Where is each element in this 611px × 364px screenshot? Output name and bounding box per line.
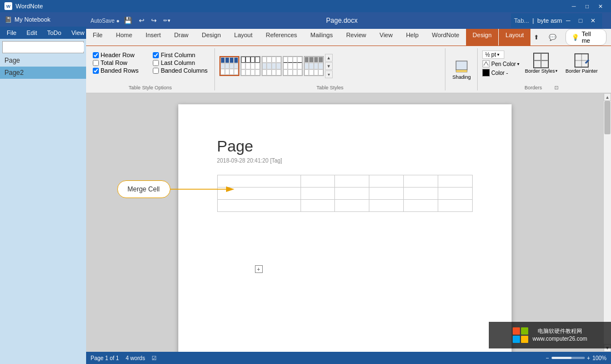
shading-group: Shading <box>450 48 478 90</box>
table-cell[interactable] <box>301 175 335 188</box>
table-cell[interactable] <box>403 200 438 212</box>
table-cell[interactable] <box>438 175 472 188</box>
table-style-5[interactable] <box>304 56 324 76</box>
table-cell[interactable] <box>403 175 438 188</box>
tab-view[interactable]: View <box>373 29 399 46</box>
border-left-controls: ½ pt ▾ Pen Color ▾ <box>482 50 519 77</box>
cb-banded-rows[interactable]: Banded Rows <box>93 67 147 74</box>
share-btn[interactable]: ⬆ <box>530 33 542 42</box>
table-cell[interactable] <box>335 200 369 212</box>
cb-last-column[interactable]: Last Column <box>153 59 207 66</box>
table-cell[interactable] <box>301 200 335 212</box>
table-cell[interactable] <box>217 200 301 212</box>
title-bar-controls[interactable]: ─ □ ✕ <box>568 0 607 12</box>
doc-page: Page 2018-09-28 20:41:20 [Tag] + <box>178 104 512 352</box>
tab-home[interactable]: Home <box>109 29 139 46</box>
table-cell[interactable] <box>335 175 369 188</box>
doc-scroll[interactable]: Page 2018-09-28 20:41:20 [Tag] + <box>86 93 603 352</box>
tab-table-design[interactable]: Design <box>466 29 498 46</box>
cb-first-column-input[interactable] <box>153 52 159 58</box>
pen-color-arrow[interactable]: ▾ <box>517 62 519 67</box>
pages-search-input[interactable] <box>3 43 84 52</box>
tab-mailings[interactable]: Mailings <box>304 29 339 46</box>
border-painter-button[interactable]: Border Painter <box>562 50 601 76</box>
border-painter-icon <box>574 53 589 68</box>
table-style-1[interactable] <box>219 56 239 76</box>
table-cell[interactable] <box>369 175 404 188</box>
pt-dropdown-arrow[interactable]: ▾ <box>497 52 499 57</box>
tab-table-layout[interactable]: Layout <box>499 29 530 46</box>
cb-header-row-input[interactable] <box>93 52 99 58</box>
scrollbar-thumb[interactable] <box>604 101 610 134</box>
shading-button[interactable]: Shading <box>450 58 473 81</box>
undo-btn[interactable]: ↩ <box>137 16 147 26</box>
scroll-up-btn[interactable]: ▲ <box>604 93 611 101</box>
cb-banded-columns-input[interactable] <box>153 68 159 74</box>
borders-button[interactable]: Border Styles ▾ <box>522 50 561 76</box>
lightbulb-icon: 💡 <box>572 34 579 41</box>
cb-total-row[interactable]: Total Row <box>93 59 147 66</box>
table-style-4[interactable] <box>283 56 303 76</box>
tso-checkboxes: Header Row First Column Total Row Last C… <box>91 48 210 84</box>
close-btn[interactable]: ✕ <box>594 0 607 12</box>
zoom-slider[interactable] <box>552 357 585 359</box>
gallery-down-arrow[interactable]: ▼ <box>325 62 333 70</box>
tab-insert[interactable]: Insert <box>139 29 168 46</box>
table-cell[interactable] <box>369 188 404 200</box>
table-style-3[interactable] <box>262 56 282 76</box>
borders-expand-btn[interactable]: ⊡ <box>554 85 559 90</box>
page-item-page[interactable]: Page <box>0 54 86 67</box>
menu-file[interactable]: File <box>2 28 21 37</box>
context-minimize-btn[interactable]: ─ <box>562 14 574 27</box>
table-cell[interactable] <box>335 188 369 200</box>
maximize-btn[interactable]: □ <box>581 0 593 12</box>
cb-first-column[interactable]: First Column <box>153 52 207 58</box>
tab-design[interactable]: Design <box>195 29 227 46</box>
cb-total-row-input[interactable] <box>93 60 99 66</box>
cb-banded-columns[interactable]: Banded Columns <box>153 67 207 74</box>
table-cell[interactable] <box>438 188 472 200</box>
doc-title: Page.docx <box>326 17 358 24</box>
tell-me-label[interactable]: Tell me <box>582 31 600 44</box>
menu-edit[interactable]: Edit <box>22 28 42 37</box>
tab-review[interactable]: Review <box>339 29 373 46</box>
doc-table[interactable] <box>217 175 473 212</box>
tab-file[interactable]: File <box>86 29 109 46</box>
pen-color-row: Pen Color ▾ <box>482 60 519 68</box>
windows-logo <box>513 327 528 343</box>
add-table-icon[interactable]: + <box>255 265 263 273</box>
gallery-up-arrow[interactable]: ▲ <box>325 54 333 62</box>
table-cell[interactable] <box>301 188 335 200</box>
menu-todo[interactable]: ToDo <box>43 28 66 37</box>
svg-rect-1 <box>456 70 467 72</box>
tab-help[interactable]: Help <box>399 29 425 46</box>
doc-page-meta: 2018-09-28 20:41:20 [Tag] <box>217 158 473 164</box>
minimize-btn[interactable]: ─ <box>568 0 580 12</box>
context-close-btn[interactable]: ✕ <box>587 14 599 27</box>
save-btn[interactable]: 💾 <box>122 16 134 26</box>
table-cell[interactable] <box>403 188 438 200</box>
pt-selector[interactable]: ½ pt ▾ <box>482 50 504 59</box>
table-cell[interactable] <box>438 200 472 212</box>
redo-btn[interactable]: ↪ <box>149 16 159 26</box>
comment-btn[interactable]: 💬 <box>545 33 560 42</box>
tab-references[interactable]: References <box>259 29 304 46</box>
cb-header-row[interactable]: Header Row <box>93 52 147 58</box>
borders-dropdown-arrow[interactable]: ▾ <box>555 69 558 73</box>
customize-btn[interactable]: ✏▾ <box>161 17 173 24</box>
table-cell[interactable] <box>369 200 404 212</box>
context-maximize-btn[interactable]: □ <box>574 14 587 27</box>
scrollbar-track[interactable] <box>604 101 611 344</box>
tab-draw[interactable]: Draw <box>168 29 196 46</box>
cb-banded-rows-input[interactable] <box>93 68 99 74</box>
zoom-out-btn[interactable]: − <box>546 355 549 361</box>
tab-layout[interactable]: Layout <box>228 29 259 46</box>
zoom-in-btn[interactable]: + <box>587 355 590 361</box>
page-item-page2[interactable]: Page2 <box>0 67 86 79</box>
tab-wordnote[interactable]: WordNote <box>425 29 466 46</box>
gallery-more-arrow[interactable]: ▾ <box>325 70 333 78</box>
app-body: 📓 My Notebook File Edit ToDo View Option… <box>0 12 611 364</box>
tell-me-input[interactable]: 💡 Tell me <box>565 29 607 46</box>
table-style-2[interactable] <box>241 56 261 76</box>
cb-last-column-input[interactable] <box>153 60 159 66</box>
